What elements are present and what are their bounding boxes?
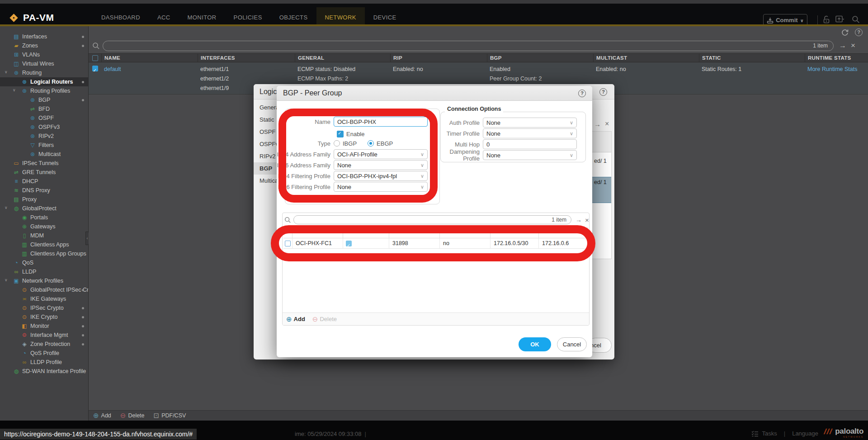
peer-search-input[interactable]: 1 item [293,215,571,224]
chevron-down-icon [800,17,804,24]
search-icon [92,42,100,50]
sidebar-item[interactable]: ⊛ BGP [0,95,88,104]
more-runtime-stats-link[interactable]: More Runtime Stats [807,66,857,72]
sidebar-item[interactable]: ▽ Filters [0,141,88,150]
sidebar-item[interactable]: ⇌ BFD [0,104,88,114]
sidebar-item[interactable]: ◔ QoS Profile [0,349,88,358]
delete-peer-button[interactable]: Delete [312,315,337,323]
help-icon[interactable] [578,90,586,97]
sidebar-item[interactable]: ⇌ GRE Tunnels [0,168,88,177]
sidebar-item-icon: ⚙ [21,332,28,338]
column-header[interactable]: STATIC [699,54,805,62]
delete-button[interactable]: Delete [120,412,145,420]
sidebar-item[interactable]: ▯ MDM [0,231,88,240]
sidebar-item[interactable]: ▰ Zones [0,41,88,50]
sidebar-item[interactable]: ⊛ Routing [0,68,88,77]
sidebar-item[interactable]: ⊛ OSPF [0,114,88,123]
sidebar-item[interactable]: ⊛ Routing Profiles [0,86,88,95]
sidebar-item[interactable]: ⊕ Gateways [0,222,88,231]
select-all-checkbox[interactable] [89,54,101,62]
sidebar-item[interactable]: ▥ Clientless App Groups [0,249,88,258]
sidebar-item[interactable]: ⊛ Multicast [0,150,88,159]
sidebar-item-icon: ⊙ [21,287,28,293]
row-checkbox[interactable] [89,63,101,94]
timer-profile-select[interactable]: None [483,128,577,138]
sidebar-item[interactable]: ⚙ Interface Mgmt [0,331,88,340]
dampening-profile-select[interactable]: None [483,150,577,160]
window-top-strip [0,0,868,4]
sidebar-item-icon: ⊛ [29,133,36,139]
sidebar-item[interactable]: ◫ Virtual Wires [0,59,88,68]
sidebar-item[interactable]: ▤ Interfaces [0,32,88,41]
clear-filter-icon[interactable] [585,216,589,224]
apply-filter-icon[interactable] [594,120,601,128]
add-peer-button[interactable]: Add [286,315,305,323]
apply-filter-icon[interactable] [839,42,846,50]
column-header[interactable]: NAME [101,54,198,62]
global-search-icon[interactable] [852,15,860,24]
sidebar-item[interactable]: ⊛ OSPFv3 [0,123,88,132]
sidebar-item-icon: ≡ [13,178,20,185]
sidebar-item[interactable]: ▣ Network Profiles [0,276,88,285]
clear-filter-icon[interactable] [851,41,855,50]
sidebar-item[interactable]: ∞ LLDP Profile [0,358,88,367]
multi-hop-input[interactable]: 0 [483,139,577,149]
toolbar-divider [817,15,818,24]
search-input[interactable]: 1 item [103,41,834,51]
clear-filter-icon[interactable] [605,120,609,128]
paloalto-logo: paloalto NETWORKS [822,428,863,438]
refresh-icon[interactable] [841,28,849,36]
sidebar-item[interactable]: ⊞ VLANs [0,50,88,59]
column-header[interactable]: INTERFACES [198,54,295,62]
tasks-link[interactable]: Tasks [762,430,777,437]
footer-time: ime: 05/29/2024 09:33:08| [295,431,369,437]
sidebar-item-label: Clientless Apps [30,241,69,248]
sidebar-item[interactable]: ⊙ IPSec Crypto [0,303,88,312]
sidebar-item[interactable]: ▭ IPSec Tunnels [0,159,88,168]
ok-button[interactable]: OK [519,337,551,351]
sidebar-item[interactable]: ◍ SD-WAN Interface Profile [0,367,88,376]
sidebar-item[interactable]: ⊛ Logical Routers [0,77,88,86]
sidebar-item-icon: ◔ [21,350,28,356]
sidebar-item-label: GlobalProtect [22,205,57,212]
router-link[interactable]: default [104,66,121,72]
sidebar-item-label: Interfaces [22,33,47,40]
sidebar-item[interactable]: ◧ Monitor [0,322,88,331]
help-icon[interactable] [855,28,863,36]
column-header[interactable]: RIP [390,54,487,62]
sidebar-item[interactable]: ⊙ IKE Crypto [0,312,88,322]
sidebar-item[interactable]: ◍ GlobalProtect [0,204,88,213]
add-button[interactable]: Add [93,412,111,420]
sidebar-item[interactable]: ▥ Clientless Apps [0,240,88,249]
sidebar-item-label: Logical Routers [30,79,73,85]
checked-checkbox [92,66,98,71]
pdf-csv-button[interactable]: PDF/CSV [154,412,186,420]
annotation-oval-peer-row [271,225,595,261]
sidebar-item[interactable]: ≋ DNS Proxy [0,186,88,195]
column-header[interactable]: GENERAL [295,54,390,62]
sidebar-item[interactable]: ◔ QoS [0,258,88,267]
sidebar-item[interactable]: ⊙ GlobalProtect IPSec Crypto [0,285,88,294]
sidebar-item[interactable]: ◉ Portals [0,213,88,222]
cancel-button[interactable]: Cancel [557,337,587,351]
column-header[interactable]: BGP [487,54,593,62]
language-link[interactable]: Language [792,430,818,437]
column-header[interactable]: RUNTIME STATS [805,54,868,62]
sidebar-item-icon: ◍ [13,368,20,374]
auth-profile-select[interactable]: None [483,118,577,128]
column-header[interactable]: MULTICAST [593,54,699,62]
sidebar-item-label: GlobalProtect IPSec Crypto [30,287,88,293]
url-tooltip: https://ociregions-demo-149-148-204-155-… [0,429,197,440]
unlock-icon[interactable] [823,15,830,24]
sidebar-item[interactable]: ≡ DHCP [0,177,88,186]
sidebar-item[interactable]: ▤ Proxy [0,195,88,204]
commit-label: Commit [776,17,797,24]
config-save-icon[interactable] [835,15,844,23]
cell-static: Static Routes: 1 [699,63,805,94]
sidebar-item[interactable]: ∞ LLDP [0,267,88,276]
apply-filter-icon[interactable] [576,216,582,223]
sidebar-item[interactable]: ⊛ RIPv2 [0,132,88,141]
sidebar-item[interactable]: ◈ Zone Protection [0,340,88,349]
help-icon[interactable] [599,88,607,96]
sidebar-item[interactable]: ≍ IKE Gateways [0,294,88,303]
